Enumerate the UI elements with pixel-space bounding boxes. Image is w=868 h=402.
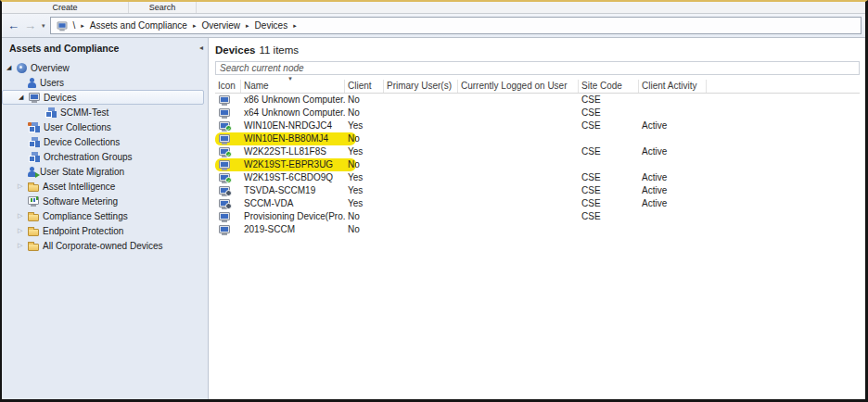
breadcrumb-root[interactable]: \ — [73, 20, 76, 31]
tree-expander-icon[interactable]: ▷ — [18, 227, 28, 234]
sidebar-item-devices[interactable]: ◢Devices — [2, 90, 204, 105]
sidebar-header: Assets and Compliance ◂ — [2, 38, 208, 57]
icon-cell — [215, 158, 241, 171]
breadcrumb-devices[interactable]: Devices — [255, 20, 288, 31]
sidebar-item-user-state-migration[interactable]: User State Migration — [2, 164, 204, 179]
column-header-primary-users[interactable]: Primary User(s) — [384, 80, 458, 93]
column-header-icon[interactable]: Icon — [215, 80, 241, 93]
sort-descending-icon[interactable]: ▼ — [287, 76, 293, 82]
name-cell: WIN10EN-BB80MJ4 — [241, 132, 345, 145]
icon-cell — [215, 132, 241, 145]
table-body: x86 Unknown Computer...NoCSEx64 Unknown … — [215, 94, 860, 236]
site-code-cell — [579, 158, 639, 171]
tree-expander-icon[interactable]: ▷ — [18, 242, 28, 249]
user-migration-icon — [28, 171, 36, 177]
sidebar-item-all-corporate-owned-devices[interactable]: ▷All Corporate-owned Devices — [2, 238, 204, 253]
table-row[interactable]: ✓W2K22ST-LL81F8SYesCSEActive — [215, 145, 860, 158]
logged-on-cell — [458, 158, 579, 171]
history-dropdown-icon[interactable]: ▾ — [42, 22, 45, 30]
sidebar-item-users[interactable]: Users — [2, 75, 204, 90]
primary-users-cell — [384, 145, 458, 158]
device-icon — [219, 225, 230, 233]
user-icon — [28, 82, 36, 88]
icon-cell — [215, 107, 241, 119]
tab-create[interactable]: Create — [2, 2, 128, 13]
navigation-bar: ← → ▾ \ ▸ Assets and Compliance ▸ Overvi… — [2, 14, 865, 38]
back-icon[interactable]: ← — [7, 19, 19, 31]
column-header-client[interactable]: Client — [345, 80, 384, 93]
sidebar-item-orchestration-groups[interactable]: Orchestration Groups — [2, 149, 204, 164]
table-header: ▼ Icon Name Client Primary User(s) Curre… — [215, 78, 860, 94]
sidebar-item-label: Endpoint Protection — [43, 226, 123, 236]
tree-expander-icon[interactable]: ▷ — [18, 182, 28, 190]
sidebar-item-label: Orchestration Groups — [44, 152, 133, 162]
column-header-site-code[interactable]: Site Code — [579, 80, 639, 93]
device-icon — [219, 160, 230, 169]
client-active-badge-icon: ✓ — [225, 125, 232, 132]
activity-cell — [639, 210, 707, 223]
name-cell: TSVDA-SCCM19 — [241, 184, 345, 197]
site-code-cell: CSE — [579, 184, 639, 197]
table-row[interactable]: W2K19ST-EBPR3UGNo — [215, 158, 860, 171]
ribbon-tab-bar: Create Search — [2, 2, 865, 14]
tree-expander-icon[interactable]: ◢ — [6, 64, 17, 71]
table-row[interactable]: ✓WIN10EN-NRDGJC4YesCSEActive — [215, 119, 860, 132]
client-cell: No — [345, 132, 384, 145]
column-header-name[interactable]: Name — [241, 80, 345, 93]
primary-users-cell — [384, 107, 458, 119]
primary-users-cell — [384, 171, 458, 184]
primary-users-cell — [384, 94, 458, 107]
sidebar-item-user-collections[interactable]: User Collections — [2, 119, 204, 134]
tree-expander-icon[interactable]: ▷ — [18, 212, 28, 220]
tree-expander-icon[interactable]: ◢ — [19, 94, 29, 101]
table-row[interactable]: WIN10EN-BB80MJ4No — [215, 132, 860, 145]
table-row[interactable]: x64 Unknown Computer...NoCSE — [215, 107, 860, 119]
site-code-cell — [579, 132, 639, 145]
name-cell: W2K19ST-6CBDO9Q — [241, 171, 345, 184]
sidebar-item-asset-intelligence[interactable]: ▷Asset Intelligence — [2, 179, 204, 194]
row-filler — [707, 119, 860, 132]
metering-icon — [28, 196, 39, 205]
activity-cell: Active — [639, 145, 707, 158]
sidebar-item-overview[interactable]: ◢Overview — [2, 60, 204, 75]
sidebar-item-scmm-test[interactable]: SCMM-Test — [2, 105, 204, 119]
sidebar-item-endpoint-protection[interactable]: ▷Endpoint Protection — [2, 223, 204, 238]
row-filler — [707, 94, 860, 107]
logged-on-cell — [458, 119, 579, 132]
name-cell: SCCM-VDA — [241, 197, 345, 210]
client-cell: No — [345, 223, 384, 236]
table-row[interactable]: TSVDA-SCCM19YesCSEActive — [215, 184, 860, 197]
table-row[interactable]: x86 Unknown Computer...NoCSE — [215, 94, 860, 107]
site-code-cell — [579, 223, 639, 236]
sidebar-item-compliance-settings[interactable]: ▷Compliance Settings — [2, 208, 204, 223]
sidebar-item-label: Compliance Settings — [43, 211, 128, 221]
overview-icon — [17, 63, 27, 73]
sidebar-item-software-metering[interactable]: Software Metering — [2, 194, 204, 208]
site-code-cell: CSE — [579, 145, 639, 158]
table-row[interactable]: Provisioning Device(Pro...NoCSE — [215, 210, 860, 223]
row-filler — [707, 158, 860, 171]
breadcrumb-overview[interactable]: Overview — [201, 20, 240, 31]
row-filler — [707, 223, 860, 236]
tab-divider — [196, 2, 197, 13]
collapse-panel-icon[interactable]: ◂ — [199, 44, 203, 52]
breadcrumb-assets-and-compliance[interactable]: Assets and Compliance — [90, 20, 187, 31]
primary-users-cell — [384, 158, 458, 171]
client-status-badge-icon — [225, 203, 232, 209]
table-row[interactable]: 2019-SCCMNo — [215, 223, 860, 236]
sidebar-item-device-collections[interactable]: Device Collections — [2, 134, 204, 149]
column-header-client-activity[interactable]: Client Activity — [639, 80, 707, 93]
devices-table: ▼ Icon Name Client Primary User(s) Curre… — [215, 78, 860, 236]
column-header-currently-logged-on-user[interactable]: Currently Logged on User — [458, 80, 579, 93]
forward-icon[interactable]: → — [24, 19, 36, 31]
name-cell: 2019-SCCM — [241, 223, 345, 236]
table-row[interactable]: SCCM-VDAYesCSEActive — [215, 197, 860, 210]
folder-icon — [28, 229, 39, 236]
table-row[interactable]: ✓W2K19ST-6CBDO9QYesCSEActive — [215, 171, 860, 184]
search-input[interactable] — [215, 61, 860, 75]
folder-icon — [28, 214, 39, 221]
name-cell: x86 Unknown Computer... — [241, 94, 345, 107]
client-cell: No — [345, 210, 384, 223]
tab-search[interactable]: Search — [129, 2, 196, 13]
name-cell: W2K19ST-EBPR3UG — [241, 158, 345, 171]
